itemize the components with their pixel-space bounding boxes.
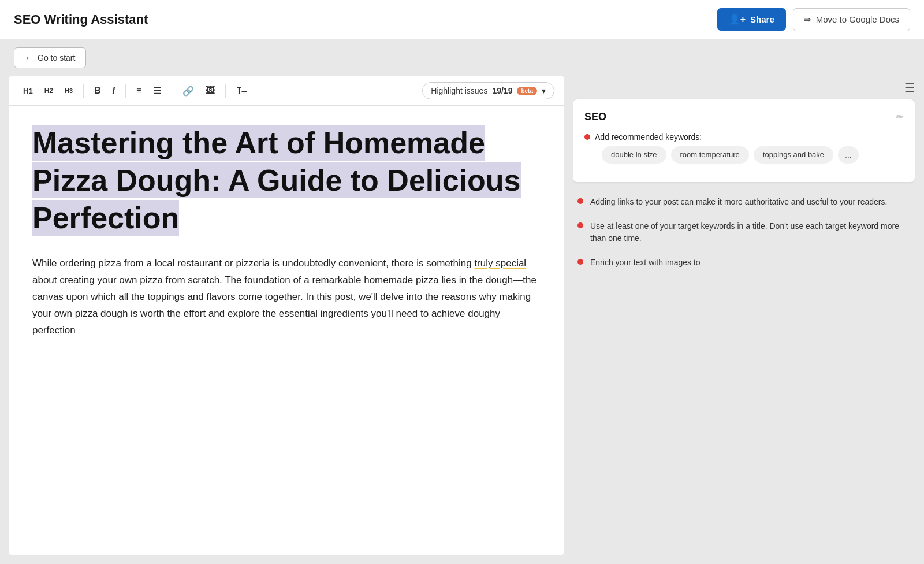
go-to-start-button[interactable]: ← Go to start xyxy=(14,47,86,68)
h1-button[interactable]: H1 xyxy=(18,84,38,98)
h3-button[interactable]: H3 xyxy=(60,84,77,97)
h2-button[interactable]: H2 xyxy=(40,84,58,98)
editor-toolbar: H1 H2 H3 B I ≡ ☰ 🔗 🖼 T̶ xyxy=(9,76,564,106)
italic-button[interactable]: I xyxy=(108,83,120,99)
tip-item-2: Use at least one of your target keywords… xyxy=(578,220,910,245)
edit-icon[interactable]: ✏ xyxy=(896,112,903,123)
hamburger-menu-icon[interactable]: ☰ xyxy=(904,81,915,95)
bold-button[interactable]: B xyxy=(90,83,106,99)
clear-format-button[interactable]: T̶ xyxy=(232,83,251,99)
arrow-right-icon: ⇒ xyxy=(804,14,811,25)
right-panel-header: ☰ xyxy=(573,76,915,99)
keyword-chip-double-in-size[interactable]: double in size xyxy=(602,146,666,164)
app-title: SEO Writing Assistant xyxy=(14,12,148,27)
toolbar-separator-1 xyxy=(83,84,84,98)
arrow-left-icon: ← xyxy=(25,53,33,62)
tips-section: Adding links to your post can make it mo… xyxy=(573,189,915,281)
image-button[interactable]: 🖼 xyxy=(201,83,219,99)
tip-dot-2 xyxy=(578,222,583,228)
keyword-chip-room-temperature[interactable]: room temperature xyxy=(671,146,749,164)
unordered-list-button[interactable]: ☰ xyxy=(148,83,166,99)
main-layout: H1 H2 H3 B I ≡ ☰ 🔗 🖼 T̶ xyxy=(0,76,924,564)
subheader: ← Go to start xyxy=(0,39,924,76)
link-icon: 🔗 xyxy=(182,86,194,97)
person-plus-icon: 👤+ xyxy=(729,14,746,25)
ordered-list-icon: ≡ xyxy=(136,86,141,96)
right-panel: ☰ SEO ✏ Add recommended keywords: xyxy=(573,76,915,555)
highlighted-text-truly-special: truly special xyxy=(474,258,526,269)
article-body: While ordering pizza from a local restau… xyxy=(32,255,541,339)
tip-dot-1 xyxy=(578,198,583,204)
add-keywords-label: Add recommended keywords: xyxy=(595,132,702,142)
highlight-issues-button[interactable]: Highlight issues 19/19 beta ▾ xyxy=(422,82,554,99)
link-button[interactable]: 🔗 xyxy=(178,83,199,99)
share-button[interactable]: 👤+ Share xyxy=(717,8,786,31)
editor-panel: H1 H2 H3 B I ≡ ☰ 🔗 🖼 T̶ xyxy=(9,76,564,555)
keyword-chips: double in size room temperature toppings… xyxy=(602,146,903,164)
move-to-docs-button[interactable]: ⇒ Move to Google Docs xyxy=(793,8,910,31)
header-actions: 👤+ Share ⇒ Move to Google Docs xyxy=(717,8,910,31)
toolbar-separator-4 xyxy=(225,84,226,98)
tip-item-1: Adding links to your post can make it mo… xyxy=(578,196,910,209)
chevron-down-icon: ▾ xyxy=(542,86,546,95)
toolbar-separator-3 xyxy=(172,84,172,98)
image-icon: 🖼 xyxy=(206,86,215,96)
seo-card: SEO ✏ Add recommended keywords: xyxy=(573,99,915,182)
editor-content[interactable]: Mastering the Art of Homemade Pizza Doug… xyxy=(9,106,564,555)
highlighted-text-the-reasons: the reasons xyxy=(425,291,476,302)
tip-text-3: Enrich your text with images to xyxy=(590,257,701,269)
red-dot-keywords xyxy=(584,134,590,140)
add-keywords-row: Add recommended keywords: xyxy=(584,132,903,142)
ordered-list-button[interactable]: ≡ xyxy=(132,83,146,99)
seo-card-header: SEO ✏ xyxy=(584,111,903,123)
keyword-chip-toppings-and-bake[interactable]: toppings and bake xyxy=(754,146,833,164)
tip-item-3: Enrich your text with images to xyxy=(578,257,910,269)
header: SEO Writing Assistant 👤+ Share ⇒ Move to… xyxy=(0,0,924,39)
toolbar-separator-2 xyxy=(125,84,126,98)
tip-dot-3 xyxy=(578,259,583,265)
more-keywords-button[interactable]: ... xyxy=(838,146,859,164)
tip-text-2: Use at least one of your target keywords… xyxy=(590,220,910,245)
beta-badge: beta xyxy=(517,87,537,95)
unordered-list-icon: ☰ xyxy=(153,86,161,97)
tip-text-1: Adding links to your post can make it mo… xyxy=(590,196,887,209)
clear-format-icon: T̶ xyxy=(236,86,247,96)
article-title: Mastering the Art of Homemade Pizza Doug… xyxy=(32,125,521,236)
seo-card-title: SEO xyxy=(584,111,606,123)
